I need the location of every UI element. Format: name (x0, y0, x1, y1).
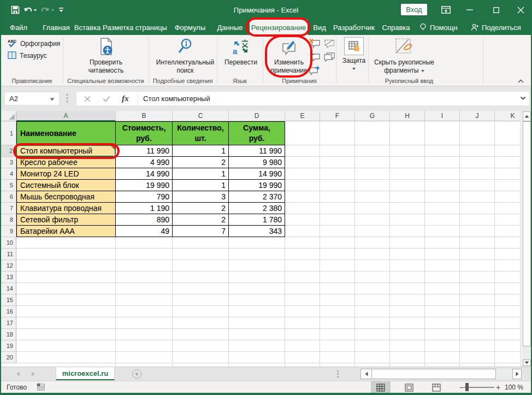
cell-H3[interactable] (390, 157, 425, 168)
cell-E18[interactable] (285, 329, 320, 340)
cell-I3[interactable] (425, 157, 460, 168)
cell-I13[interactable] (425, 272, 460, 283)
normal-view-button[interactable] (371, 381, 391, 393)
cell-H20[interactable] (390, 352, 425, 363)
cell-G19[interactable] (355, 340, 390, 352)
row-header-5[interactable]: 5 (1, 180, 16, 191)
cell-G16[interactable] (355, 306, 390, 317)
cell-H4[interactable] (390, 168, 425, 180)
cell-B11[interactable] (116, 249, 173, 260)
cell-E4[interactable] (285, 168, 320, 180)
cell-E11[interactable] (285, 249, 320, 260)
cell-I10[interactable] (425, 237, 460, 249)
ribbon-tab-Вставка[interactable]: Вставка (73, 20, 102, 35)
cell-G11[interactable] (355, 249, 390, 260)
cell-B19[interactable] (116, 340, 173, 352)
ribbon-tab-Разметка страницы[interactable]: Разметка страницы (103, 20, 167, 35)
cell-G18[interactable] (355, 329, 390, 340)
cell-E5[interactable] (285, 180, 320, 191)
ribbon-tab-Справка[interactable]: Справка (381, 20, 411, 35)
cell-B10[interactable] (116, 237, 173, 249)
row-header-18[interactable]: 18 (1, 329, 16, 340)
cell-A6[interactable]: Мышь беспроводная (16, 191, 116, 203)
formula-input[interactable]: Стол компьютерный (138, 92, 529, 105)
cell-H8[interactable] (390, 214, 425, 226)
cell-F16[interactable] (320, 306, 355, 317)
scroll-right-icon[interactable] (512, 369, 522, 379)
zoom-slider-handle[interactable] (465, 383, 469, 391)
cell-D12[interactable] (229, 260, 285, 272)
cell-B14[interactable] (116, 283, 173, 294)
cell-F18[interactable] (320, 329, 355, 340)
cell-C12[interactable] (173, 260, 229, 272)
cell-E3[interactable] (285, 157, 320, 168)
cell-H5[interactable] (390, 180, 425, 191)
cell-F15[interactable] (320, 294, 355, 306)
cell-F12[interactable] (320, 260, 355, 272)
cell-B1[interactable]: Стоимость, руб. (116, 121, 173, 145)
cell-F14[interactable] (320, 283, 355, 294)
cell-I16[interactable] (425, 306, 460, 317)
cell-A8[interactable]: Сетевой фильтр (16, 214, 116, 226)
cell-B8[interactable]: 890 (116, 214, 173, 226)
cell-J12[interactable] (460, 260, 495, 272)
cell-E1[interactable] (285, 121, 320, 145)
cell-H14[interactable] (390, 283, 425, 294)
cell-J16[interactable] (460, 306, 495, 317)
cell-H19[interactable] (390, 340, 425, 352)
column-header-A[interactable]: A (16, 111, 116, 121)
next-sheet-icon[interactable] (31, 372, 36, 376)
cancel-icon[interactable] (84, 96, 91, 102)
name-box[interactable]: A2 (4, 92, 60, 105)
cell-J17[interactable] (460, 317, 495, 329)
cell-H6[interactable] (390, 191, 425, 203)
cell-J18[interactable] (460, 329, 495, 340)
cell-G5[interactable] (355, 180, 390, 191)
cell-D16[interactable] (229, 306, 285, 317)
cell-F17[interactable] (320, 317, 355, 329)
cell-I14[interactable] (425, 283, 460, 294)
cell-G14[interactable] (355, 283, 390, 294)
cell-C3[interactable]: 2 (173, 157, 229, 168)
cell-J9[interactable] (460, 226, 495, 237)
ribbon-tab-Формулы[interactable]: Формулы (174, 20, 206, 35)
cell-G4[interactable] (355, 168, 390, 180)
cell-C2[interactable]: 1 (173, 145, 229, 157)
translate-button[interactable]: а Перевести (220, 37, 262, 67)
cell-J6[interactable] (460, 191, 495, 203)
cell-J8[interactable] (460, 214, 495, 226)
cell-A20[interactable] (16, 352, 116, 363)
active-cell-A2[interactable] (16, 145, 116, 157)
cell-E17[interactable] (285, 317, 320, 329)
cell-D2[interactable]: 11 990 (229, 145, 285, 157)
cell-A18[interactable] (16, 329, 116, 340)
row-header-16[interactable]: 16 (1, 306, 16, 317)
cell-A10[interactable] (16, 237, 116, 249)
cell-I9[interactable] (425, 226, 460, 237)
row-header-11[interactable]: 11 (1, 249, 16, 260)
cell-B15[interactable] (116, 294, 173, 306)
next-comment-icon[interactable] (309, 66, 321, 75)
row-header-7[interactable]: 7 (1, 203, 16, 214)
cell-F4[interactable] (320, 168, 355, 180)
cell-H9[interactable] (390, 226, 425, 237)
cell-C9[interactable]: 7 (173, 226, 229, 237)
cell-I1[interactable] (425, 121, 460, 145)
cell-C20[interactable] (173, 352, 229, 363)
cell-F1[interactable] (320, 121, 355, 145)
cell-B7[interactable]: 1 190 (116, 203, 173, 214)
cell-G13[interactable] (355, 272, 390, 283)
cell-G20[interactable] (355, 352, 390, 363)
cell-B16[interactable] (116, 306, 173, 317)
cell-C4[interactable]: 1 (173, 168, 229, 180)
thesaurus-button[interactable]: Тезаурус (8, 51, 46, 60)
row-header-2[interactable]: 2 (1, 145, 16, 157)
row-header-10[interactable]: 10 (1, 237, 16, 249)
horizontal-scroll-track[interactable] (496, 369, 512, 379)
zoom-level[interactable]: 100 % (505, 384, 523, 391)
cell-B4[interactable]: 14 990 (116, 168, 173, 180)
cell-I11[interactable] (425, 249, 460, 260)
cell-B9[interactable]: 49 (116, 226, 173, 237)
cell-I4[interactable] (425, 168, 460, 180)
column-header-G[interactable]: G (355, 111, 390, 121)
